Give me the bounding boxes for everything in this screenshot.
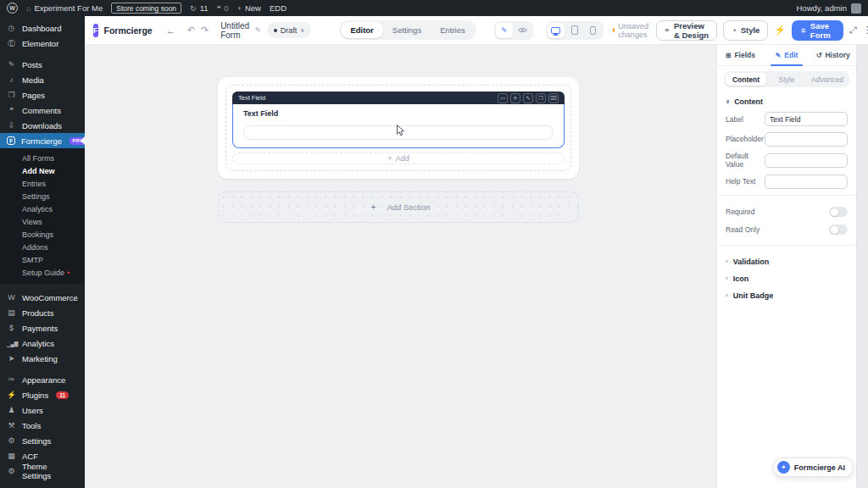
mobile-device-button[interactable] [585, 23, 602, 38]
products-icon: ▤ [7, 308, 16, 317]
store-coming-soon-badge[interactable]: Store coming soon [111, 3, 181, 14]
kebab-menu-icon[interactable]: ⋮ [863, 25, 868, 36]
submenu-item-bookings[interactable]: Bookings [0, 228, 85, 241]
wordpress-logo-icon[interactable]: W [7, 3, 18, 14]
sidebar-item-payments[interactable]: $ Payments [0, 320, 85, 336]
fullscreen-icon[interactable]: ⤢ [849, 25, 857, 36]
sidebar-item-users[interactable]: ♟ Users [0, 402, 85, 418]
default-value-input[interactable] [765, 153, 848, 168]
subtab-content[interactable]: Content [726, 73, 766, 86]
formcierge-ai-button[interactable]: ✦ Formcierge AI [773, 458, 854, 477]
update-count: 11 [200, 3, 209, 13]
desktop-device-button[interactable] [548, 23, 565, 38]
comments-menu[interactable]: ❝ 0 [217, 3, 229, 13]
undo-button[interactable]: ↶ [187, 25, 195, 36]
submenu-item-smtp[interactable]: SMTP [0, 253, 85, 266]
label-input[interactable] [765, 112, 848, 126]
tab-entries[interactable]: Entries [431, 22, 475, 38]
content-section-title: Content [734, 97, 763, 106]
submenu-item-addons[interactable]: Addons [0, 241, 85, 253]
field-type-button[interactable]: ▭ [498, 93, 508, 103]
sidebar-item-woocommerce[interactable]: W WooCommerce [0, 290, 85, 305]
add-section-button[interactable]: + Add Section [218, 191, 579, 223]
panel-tab-history[interactable]: ↺ History [810, 45, 856, 65]
submenu-label: Settings [22, 192, 50, 201]
howdy-menu[interactable]: Howdy, admin [797, 3, 848, 13]
eye-icon [665, 26, 670, 34]
panel-tab-edit[interactable]: ✎ Edit [764, 45, 810, 65]
required-toggle[interactable] [829, 207, 848, 217]
scrollbar-track[interactable] [856, 45, 868, 488]
unit-badge-section-header[interactable]: › Unit Badge [717, 287, 856, 304]
submenu-item-setup-guide[interactable]: Setup Guide • [0, 266, 85, 279]
delete-field-button[interactable]: ⌧ [548, 93, 559, 103]
submenu-item-views[interactable]: Views [0, 215, 85, 228]
status-dropdown[interactable]: Draft ∨ [267, 22, 312, 38]
subtab-advanced[interactable]: Advanced [807, 73, 848, 86]
submenu-item-settings[interactable]: Settings [0, 190, 85, 202]
validation-section-header[interactable]: › Validation [717, 253, 856, 270]
sidebar-item-formcierge[interactable]: F Formcierge PRO [0, 133, 85, 148]
sidebar-item-appearance[interactable]: ✑ Appearance [0, 372, 85, 387]
preview-design-button[interactable]: Preview & Design [656, 20, 717, 41]
sidebar-item-collapse-menu[interactable]: ◀ Collapse Menu [0, 485, 85, 488]
sidebar-item-tools[interactable]: ⚒ Tools [0, 418, 85, 433]
sidebar-item-products[interactable]: ▤ Products [0, 305, 85, 320]
avatar[interactable] [851, 3, 861, 14]
sidebar-item-elementor[interactable]: Ⓔ Elementor [0, 36, 85, 51]
placeholder-input[interactable] [765, 132, 848, 147]
site-menu[interactable]: ⌂ Experiment For Me [26, 3, 103, 13]
help-text-field-label: Help Text [726, 177, 755, 186]
back-button[interactable]: ← [166, 25, 175, 36]
style-button[interactable]: ◔ Style [723, 20, 768, 41]
tab-settings[interactable]: Settings [383, 22, 431, 38]
sidebar-item-media[interactable]: ♪ Media [0, 72, 85, 87]
palette-icon: ◔ [732, 26, 736, 35]
formcierge-icon: F [7, 136, 15, 145]
plus-icon: + [237, 4, 242, 13]
panel-tab-fields[interactable]: ⊞ Fields [717, 45, 764, 65]
tab-editor[interactable]: Editor [341, 22, 382, 38]
sidebar-item-marketing[interactable]: ➤ Marketing [0, 351, 85, 366]
comment-count: 0 [224, 3, 228, 13]
sidebar-item-label: Formcierge [21, 136, 62, 146]
tablet-device-button[interactable] [566, 23, 583, 38]
redo-button[interactable]: ↷ [201, 25, 209, 36]
sidebar-item-dashboard[interactable]: ◷ Dashboard [0, 20, 85, 36]
required-label: Required [726, 208, 755, 216]
spark-icon[interactable]: ⚡ [774, 25, 786, 36]
help-text-input[interactable] [765, 175, 848, 189]
preview-mode-button[interactable] [515, 23, 531, 38]
submenu-item-analytics[interactable]: Analytics [0, 202, 85, 215]
sidebar-item-downloads[interactable]: ⇩ Downloads [0, 118, 85, 133]
save-form-button[interactable]: Save Form [792, 20, 843, 41]
edit-mode-button[interactable]: ✎ [496, 23, 513, 38]
howdy-label: Howdy, admin [797, 3, 848, 13]
sidebar-item-comments[interactable]: ❝ Comments [0, 103, 85, 118]
submenu-item-all-forms[interactable]: All Forms [0, 152, 85, 164]
subtab-style[interactable]: Style [766, 73, 807, 86]
sidebar-item-analytics[interactable]: ▁▄▇ Analytics [0, 336, 85, 351]
icon-section-header[interactable]: › Icon [717, 270, 856, 287]
edit-field-button[interactable]: ✎ [523, 93, 533, 103]
new-menu[interactable]: + New [237, 3, 261, 13]
submenu-item-entries[interactable]: Entries [0, 177, 85, 190]
read-only-toggle[interactable] [829, 225, 848, 235]
sidebar-item-posts[interactable]: ✎ Posts [0, 57, 85, 72]
device-toggle-group [546, 21, 604, 40]
edd-menu[interactable]: EDD [270, 3, 287, 13]
form-title[interactable]: Untitled Form [220, 21, 249, 40]
sidebar-item-pages[interactable]: ❐ Pages [0, 87, 85, 103]
add-field-button[interactable]: + Add [232, 152, 565, 165]
updates-menu[interactable]: ↻ 11 [190, 3, 208, 13]
content-section-header[interactable]: ∨ Content [717, 92, 856, 112]
submenu-item-add-new[interactable]: Add New [0, 164, 85, 177]
submenu-label: Setup Guide [22, 269, 64, 277]
duplicate-field-button[interactable]: ❐ [536, 93, 546, 103]
sidebar-item-plugins[interactable]: ⚡ Plugins 11 [0, 387, 85, 402]
sidebar-item-settings[interactable]: ⚙ Settings [0, 433, 85, 448]
sidebar-item-theme-settings[interactable]: ⚙ Theme Settings [0, 463, 85, 479]
move-field-button[interactable]: ✛ [510, 93, 520, 103]
rename-icon[interactable]: ✎ [255, 26, 261, 34]
chevron-down-icon: ∨ [726, 98, 730, 105]
